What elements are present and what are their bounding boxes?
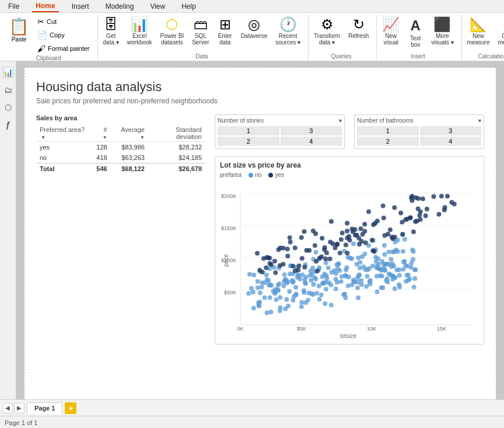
svg-point-250: [388, 228, 393, 232]
get-data-button[interactable]: 🗄 Getdata ▾: [100, 15, 122, 48]
transform-data-button[interactable]: ⚙ Transformdata ▾: [311, 15, 343, 48]
col-average[interactable]: Average ▼: [111, 125, 148, 142]
svg-point-79: [246, 291, 251, 296]
slicer-value[interactable]: 3: [281, 126, 342, 135]
chart-title: Lot size vs price by area: [220, 161, 479, 169]
svg-point-120: [319, 293, 324, 297]
slicer-chevron-2[interactable]: ▾: [478, 117, 481, 124]
col-preferred-area[interactable]: Preferred area? ▼: [36, 125, 93, 142]
total-std: $26,678: [148, 163, 205, 175]
quick-measure-icon: ⚡: [501, 18, 504, 32]
svg-point-149: [361, 265, 366, 269]
svg-point-282: [421, 197, 425, 201]
svg-point-265: [344, 243, 348, 248]
svg-point-346: [264, 265, 268, 270]
svg-point-328: [449, 200, 454, 204]
chart-legend: prefarea no yes: [220, 172, 479, 178]
paste-icon: 📋: [9, 17, 29, 36]
sidebar-icon-dax[interactable]: ƒ: [2, 119, 15, 131]
sql-server-button[interactable]: 🗃 SQLServer: [189, 15, 212, 48]
new-measure-label: Newmeasure: [467, 33, 490, 46]
cut-button[interactable]: ✂ Cut: [34, 15, 93, 28]
svg-point-319: [261, 256, 266, 261]
menu-file[interactable]: File: [5, 1, 23, 12]
svg-point-110: [278, 308, 282, 313]
refresh-button[interactable]: ↻ Refresh: [345, 15, 372, 41]
svg-point-181: [360, 255, 365, 259]
enter-data-label: Enterdata: [218, 33, 232, 46]
quick-measure-button[interactable]: ⚡ Quickmeasure: [495, 15, 504, 48]
enter-data-button[interactable]: ⊞ Enterdata: [215, 15, 236, 48]
svg-point-248: [300, 273, 304, 277]
svg-point-132: [340, 274, 344, 279]
power-bi-datasets-button[interactable]: ⬡ Power BIdatasets: [158, 15, 187, 48]
svg-point-175: [317, 284, 321, 288]
table-row: yes 128 $83,986 $28,232: [36, 142, 205, 153]
svg-point-185: [268, 283, 272, 287]
slicer-value[interactable]: 2: [357, 137, 419, 146]
page-tab-1[interactable]: Page 1: [27, 402, 62, 414]
dataverse-label: Dataverse: [241, 33, 268, 39]
paste-button[interactable]: 📋 Paste: [5, 15, 33, 44]
svg-point-359: [278, 246, 283, 250]
svg-point-239: [276, 288, 281, 293]
slicer-value[interactable]: 2: [218, 137, 279, 146]
svg-point-342: [362, 229, 367, 234]
queries-group-label: Queries: [311, 53, 372, 61]
excel-workbook-button[interactable]: 📊 Excelworkbook: [124, 15, 155, 48]
menu-home[interactable]: Home: [32, 1, 58, 12]
menu-modeling[interactable]: Modeling: [102, 1, 138, 12]
new-measure-button[interactable]: 📐 Newmeasure: [464, 15, 493, 48]
svg-point-97: [334, 287, 338, 291]
svg-point-224: [390, 277, 395, 281]
prev-page-button[interactable]: ◀: [2, 403, 13, 413]
svg-point-108: [411, 249, 416, 254]
svg-point-111: [351, 241, 356, 246]
menu-help[interactable]: Help: [178, 1, 200, 12]
svg-point-337: [400, 232, 405, 236]
svg-point-193: [404, 279, 408, 284]
svg-point-316: [424, 213, 428, 218]
svg-point-129: [382, 267, 387, 272]
legend-text-no: no: [255, 172, 261, 178]
svg-point-324: [315, 269, 320, 273]
x-tick-0k: 0K: [237, 326, 243, 332]
slicer-value[interactable]: 4: [281, 137, 342, 146]
ribbon-group-calculations: 📐 Newmeasure ⚡ Quickmeasure Calculations: [462, 15, 504, 61]
sidebar-icon-report[interactable]: 📊: [2, 66, 15, 79]
recent-sources-button[interactable]: 🕐 Recentsources ▾: [272, 15, 303, 48]
menu-insert[interactable]: Insert: [68, 1, 93, 12]
slicer-bathrooms: Number of bathrooms ▾ 1 3 2 4: [354, 114, 484, 149]
svg-point-365: [297, 263, 302, 268]
copy-button[interactable]: 📄 Copy: [34, 29, 93, 41]
slicer-chevron[interactable]: ▾: [339, 117, 342, 124]
svg-point-48: [365, 274, 369, 279]
new-visual-button[interactable]: 📈 Newvisual: [379, 15, 402, 48]
col-std-dev[interactable]: Standard deviation: [148, 125, 205, 142]
menu-view[interactable]: View: [146, 1, 169, 12]
text-box-button[interactable]: A Textbox: [405, 15, 426, 50]
format-painter-button[interactable]: 🖌 Format painter: [34, 42, 93, 55]
calculations-group-label: Calculations: [464, 53, 504, 61]
svg-point-257: [411, 229, 416, 234]
sidebar-icon-data[interactable]: 🗂: [2, 83, 15, 96]
svg-point-159: [264, 273, 269, 277]
col-count[interactable]: # ▼: [93, 125, 111, 142]
svg-point-229: [367, 266, 372, 271]
sidebar-icon-model[interactable]: ⬡: [2, 101, 15, 114]
more-visuals-button[interactable]: ⬛ Morevisuals ▾: [428, 15, 456, 48]
slicer-value[interactable]: 4: [420, 137, 482, 146]
slicer-value[interactable]: 1: [357, 126, 419, 135]
next-page-button[interactable]: ▶: [14, 403, 24, 413]
slicer-value[interactable]: 1: [218, 126, 279, 135]
svg-point-226: [298, 277, 302, 281]
add-page-button[interactable]: +: [65, 402, 76, 414]
svg-point-306: [317, 256, 322, 260]
dataverse-button[interactable]: ◎ Dataverse: [238, 15, 271, 41]
x-tick-15k: 15K: [437, 326, 446, 332]
more-visuals-icon: ⬛: [433, 18, 451, 32]
slicer-value[interactable]: 3: [420, 126, 482, 135]
svg-point-276: [255, 251, 260, 256]
svg-point-314: [357, 242, 362, 246]
report-title: Housing data analysis: [36, 79, 484, 95]
